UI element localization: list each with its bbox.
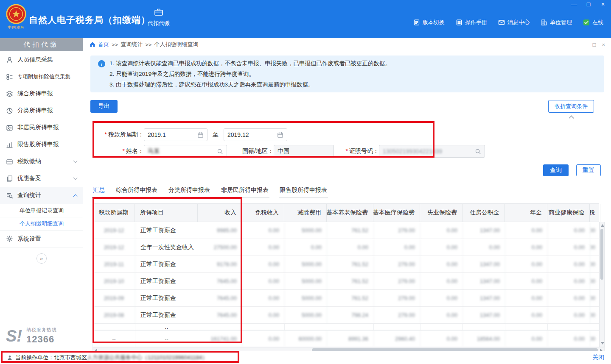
- reset-button[interactable]: 重置: [576, 164, 601, 176]
- table-header-cell: 减除费用: [284, 204, 327, 222]
- table-cell: 正常工资薪金: [135, 256, 198, 272]
- sidebar-subitem-unit-report-query[interactable]: 单位申报记录查询: [0, 204, 83, 217]
- table-cell: 761.52: [327, 256, 374, 272]
- nav-tab-withholding[interactable]: 代扣代缴: [148, 7, 170, 27]
- page-close-button[interactable]: ×: [602, 42, 605, 48]
- table-row[interactable]: 2019-11正常工资薪金9178.000.005000.00761.52279…: [93, 256, 599, 273]
- table-cell: 279.00: [374, 307, 420, 323]
- table-cell: [590, 324, 599, 330]
- header-link-unit-management[interactable]: 单位管理: [541, 19, 572, 26]
- table-row[interactable]: 2019-12正常工资薪金9985.000.005000.00761.52279…: [93, 222, 599, 239]
- logo-caption: 中国税务: [4, 25, 28, 31]
- header-links: 版本切换 操作手册 消息中心 单位管理 在线: [413, 19, 603, 26]
- notice-line: 2. 只能查询2019年及之后的数据，不能进行跨年度查询。: [109, 69, 391, 79]
- close-button[interactable]: ×: [599, 1, 607, 8]
- nav-tab-label: 代扣代缴: [148, 19, 170, 27]
- nationality-input[interactable]: [277, 148, 330, 155]
- table-header-cell: 商业健康保险: [547, 204, 590, 222]
- form-actions: 查询 重置: [84, 164, 611, 176]
- sidebar-title: 代扣代缴: [0, 38, 83, 51]
- breadcrumb-separator: >>: [112, 42, 118, 48]
- close-page-link[interactable]: 关闭: [592, 354, 604, 361]
- query-statistics-submenu: 单位申报记录查询 个人扣缴明细查询: [0, 204, 83, 231]
- header-link-label: 单位管理: [550, 19, 572, 26]
- table-cell: 5000.00: [285, 290, 327, 306]
- table-cell: 正常工资薪金: [135, 273, 198, 289]
- sidebar-item-classified-income[interactable]: 分类所得申报: [0, 102, 83, 119]
- id-number-input[interactable]: [383, 148, 472, 155]
- tab-restricted-shares[interactable]: 限售股所得申报表: [279, 184, 328, 198]
- sidebar-item-nonresident-income[interactable]: 非居民所得申报: [0, 119, 83, 136]
- tab-classified-income[interactable]: 分类所得申报表: [168, 184, 211, 198]
- table-cell: 60000.00: [285, 331, 327, 347]
- header-link-online[interactable]: 在线: [583, 19, 603, 26]
- table-row-partial[interactable]: ..: [93, 324, 599, 330]
- vertical-scrollbar[interactable]: [599, 222, 605, 347]
- sidebar-item-tax-payment[interactable]: 税款缴纳: [0, 153, 83, 170]
- table-cell: 5000.00: [285, 307, 327, 323]
- table-cell: 0.00: [548, 307, 590, 323]
- results-table: 税款所属期所得项目收入免税收入减除费用基本养老保险费基本医疗保险费失业保险费住房…: [92, 203, 605, 347]
- header-link-version-switch[interactable]: 版本切换: [413, 19, 445, 26]
- query-form: *税款所属期： 至 *姓名： 国籍/地区： *证照号码：: [84, 128, 611, 158]
- page-window-controls: □ ×: [593, 42, 605, 48]
- header-link-message-center[interactable]: 消息中心: [498, 19, 530, 26]
- sidebar-item-restricted-shares[interactable]: 限售股所得申报: [0, 136, 83, 153]
- horizontal-scrollbar[interactable]: [92, 347, 605, 351]
- table-cell: 0.00: [548, 222, 590, 239]
- export-button[interactable]: 导出: [90, 100, 118, 113]
- table-cell: 0.00: [548, 290, 590, 306]
- scroll-down-icon[interactable]: [601, 342, 604, 345]
- sidebar-item-system-settings[interactable]: 系统设置: [0, 231, 83, 247]
- sidebar-subitem-individual-detail-query[interactable]: 个人扣缴明细查询: [0, 217, 83, 230]
- tab-comprehensive-income[interactable]: 综合所得申报表: [115, 184, 158, 198]
- breadcrumb-home[interactable]: 首页: [98, 41, 109, 48]
- search-icon[interactable]: [475, 148, 481, 155]
- restore-button[interactable]: □: [585, 1, 592, 8]
- table-row[interactable]: 2019-10正常工资薪金7645.000.005000.00761.52279…: [93, 273, 599, 290]
- page-restore-button[interactable]: □: [593, 42, 596, 48]
- table-total-row[interactable]: ----161741.000.0060000.008991.362960.400…: [93, 330, 599, 347]
- table-cell: 0.00: [242, 307, 285, 323]
- nationality-field[interactable]: [274, 145, 334, 158]
- window-controls: — □ ×: [570, 1, 607, 8]
- name-input[interactable]: [148, 148, 214, 155]
- tab-nonresident-income[interactable]: 非居民所得申报表: [220, 184, 269, 198]
- table-cell: [420, 324, 463, 330]
- chevron-down-icon: [73, 175, 78, 180]
- sidebar-item-preferential-filing[interactable]: 优惠备案: [0, 170, 83, 187]
- collapse-query-button[interactable]: 收折查询条件: [548, 100, 594, 113]
- table-row[interactable]: 2019-12全年一次性奖金收入27500.000.000.000.000.00…: [93, 239, 599, 256]
- sidebar-item-label: 人员信息采集: [17, 56, 53, 64]
- sidebar-collapse-button[interactable]: «: [36, 253, 47, 264]
- documents-icon: [6, 175, 13, 182]
- period-start-field[interactable]: [144, 128, 207, 141]
- table-cell: 0.00: [420, 307, 463, 323]
- vertical-scroll-thumb[interactable]: [600, 229, 603, 280]
- query-button[interactable]: 查询: [543, 164, 569, 176]
- table-cell: 0.00: [505, 273, 548, 289]
- minimize-button[interactable]: —: [570, 1, 578, 8]
- sidebar-item-query-statistics[interactable]: 查询统计: [0, 187, 83, 204]
- period-end-input[interactable]: [227, 131, 275, 138]
- calendar-icon: [197, 132, 204, 138]
- table-row[interactable]: 2019-09正常工资薪金7645.000.005000.00761.52279…: [93, 290, 599, 307]
- sidebar-item-label: 专项附加扣除信息采集: [17, 73, 70, 81]
- search-icon[interactable]: [217, 148, 223, 155]
- table-cell: 2019-12: [93, 239, 135, 256]
- period-end-field[interactable]: [224, 128, 287, 141]
- sidebar-item-comprehensive-income[interactable]: 综合所得申报: [0, 85, 83, 102]
- table-cell: 2019-08: [93, 307, 135, 323]
- table-row[interactable]: 2019-08正常工资薪金7645.000.005000.00798.24279…: [93, 307, 599, 324]
- scroll-up-icon[interactable]: [601, 224, 604, 227]
- name-field[interactable]: [144, 145, 227, 158]
- sidebar-item-personnel-info[interactable]: 人员信息采集: [0, 51, 83, 68]
- period-start-input[interactable]: [148, 131, 195, 138]
- table-cell: 0.00: [374, 239, 420, 256]
- person-icon: [6, 56, 13, 64]
- header-link-manual[interactable]: 操作手册: [456, 19, 487, 26]
- sidebar-item-special-deduction[interactable]: 专项附加扣除信息采集: [0, 68, 83, 85]
- tax-service-hotline: S! 纳税服务热线 12366: [0, 327, 83, 345]
- id-number-field[interactable]: [379, 145, 485, 158]
- tab-summary[interactable]: 汇总: [92, 184, 106, 198]
